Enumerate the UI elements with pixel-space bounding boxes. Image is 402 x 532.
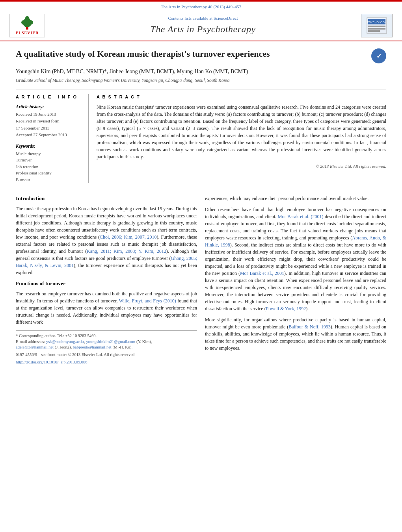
journal-header: ELSEVIER Contents lists available at Sci…: [0, 11, 402, 41]
ref-choi[interactable]: Choi, 2006; Kim, 2007, 2010: [100, 234, 157, 240]
right-para-1: experiences, which may enhance their per…: [205, 195, 386, 202]
doi-line: http://dx.doi.org/10.1016/j.aip.2013.09.…: [16, 360, 197, 365]
page: The Arts in Psychotherapy 40 (2013) 449–…: [0, 0, 402, 532]
email-link-1[interactable]: ysk@sookmyung.ac.kr: [46, 339, 84, 344]
introduction-para: The music therapy profession in Korea ha…: [16, 205, 197, 276]
journal-citation: The Arts in Psychotherapy 40 (2013) 449–…: [161, 4, 241, 9]
body-section: Introduction The music therapy professio…: [16, 190, 386, 365]
article-history-label: Article history:: [16, 104, 83, 110]
article-info-col: A R T I C L E I N F O Article history: R…: [16, 94, 89, 183]
issn-line: 0197-4556/$ – see front matter © 2013 El…: [16, 352, 197, 358]
email-label: E-mail addresses:: [16, 339, 46, 344]
right-para-3: More significantly, for organizations wh…: [205, 316, 386, 352]
email-link-2[interactable]: youngshinkim21@gmail.com: [86, 339, 135, 344]
svg-rect-10: [368, 28, 385, 30]
affiliation: Graduate School of Music Therapy, Sookmy…: [16, 77, 386, 83]
ref-morbarak2[interactable]: Mor Barak et al., 2001: [240, 271, 284, 276]
authors: Youngshin Kim (PhD, MT-BC, NRMT)*, Jinhe…: [16, 67, 386, 76]
ref-abrams[interactable]: Abrams, Ando, & Hinkle, 1998: [205, 235, 386, 248]
journal-main-title: The Arts in Psychotherapy: [45, 23, 361, 36]
accepted-date: Accepted 27 September 2013: [16, 132, 83, 138]
article-info-section-label: A R T I C L E I N F O: [16, 94, 83, 100]
crossmark-badge[interactable]: ✓: [371, 48, 386, 63]
abstract-section-label: A B S T R A C T: [97, 94, 386, 100]
elsevier-logo: ELSEVIER: [9, 14, 45, 37]
keywords-label: Keywords:: [16, 143, 83, 149]
svg-text:✓: ✓: [376, 53, 382, 59]
functions-heading: Functions of turnover: [16, 280, 197, 287]
ref-ghong[interactable]: Ghong, 2005; Barak, Nissly, & Levin, 200…: [16, 256, 197, 268]
svg-rect-11: [368, 30, 380, 32]
abstract-col: A B S T R A C T Nine Korean music therap…: [97, 94, 386, 183]
corresponding-note: * Corresponding author. Tel.: +82 10 928…: [16, 333, 197, 339]
keyword-2: Turnover: [16, 157, 83, 163]
journal-title-center: Contents lists available at ScienceDirec…: [45, 15, 361, 36]
received-date: Received 19 June 2013: [16, 111, 83, 117]
elsevier-tree-icon: [15, 15, 39, 30]
email-note-2: adela@3@hanmail.net (J. Jeong), babpooik…: [16, 345, 197, 350]
ref-balfour[interactable]: Balfour & Neff, 1993: [288, 324, 331, 330]
keyword-3: Job retention: [16, 163, 83, 170]
introduction-heading: Introduction: [16, 195, 197, 202]
article-title-row: A qualitative study of Korean music ther…: [16, 48, 386, 63]
keyword-1: Music therapy: [16, 150, 83, 157]
journal-logo-right: PSYCHOLOGY: [361, 14, 393, 37]
copyright-line: © 2013 Elsevier Ltd. All rights reserved…: [97, 163, 386, 169]
ref-wille[interactable]: Wille, Fruyt, and Feys (2010): [119, 298, 176, 304]
elsevier-name-label: ELSEVIER: [16, 30, 39, 36]
functions-para: The research on employee turnover has ex…: [16, 290, 197, 326]
info-abstract-section: A R T I C L E I N F O Article history: R…: [16, 89, 386, 183]
doi-link[interactable]: http://dx.doi.org/10.1016/j.aip.2013.09.…: [16, 360, 87, 364]
abstract-text: Nine Korean music therapists' turnover e…: [97, 104, 386, 160]
ref-kang[interactable]: Kang, 2011; Kim, 2008; Y. Kim, 2012: [87, 248, 166, 254]
body-right-col: experiences, which may enhance their per…: [205, 195, 386, 365]
keyword-4: Professional identity: [16, 170, 83, 176]
email-link-4[interactable]: babpooik@hanmail.net: [73, 345, 112, 349]
email-note-1: E-mail addresses: ysk@sookmyung.ac.kr, y…: [16, 339, 197, 345]
received-revised-label: Received in revised form: [16, 118, 83, 124]
contents-available-text: Contents lists available at ScienceDirec…: [45, 15, 361, 21]
right-para-2: Other researchers have found that high e…: [205, 206, 386, 312]
ref-powell-york[interactable]: Powell & York, 1992: [266, 306, 306, 311]
journal-citation-bar: The Arts in Psychotherapy 40 (2013) 449–…: [0, 2, 402, 11]
article-title: A qualitative study of Korean music ther…: [16, 48, 366, 60]
main-content: A qualitative study of Korean music ther…: [0, 41, 402, 373]
received-revised-date: 17 September 2013: [16, 125, 83, 131]
ref-morbarak[interactable]: Mor Barak et al. (2001): [278, 214, 324, 219]
footnote-section: * Corresponding author. Tel.: +82 10 928…: [16, 330, 197, 350]
svg-rect-9: [368, 26, 385, 27]
svg-text:PSYCHOLOGY: PSYCHOLOGY: [367, 21, 386, 24]
body-left-col: Introduction The music therapy professio…: [16, 195, 197, 365]
keyword-5: Burnout: [16, 176, 83, 183]
svg-point-5: [25, 16, 29, 20]
email-link-3[interactable]: adela@3@hanmail.net: [16, 345, 54, 349]
sciencedirect-link[interactable]: ScienceDirect: [214, 16, 238, 20]
